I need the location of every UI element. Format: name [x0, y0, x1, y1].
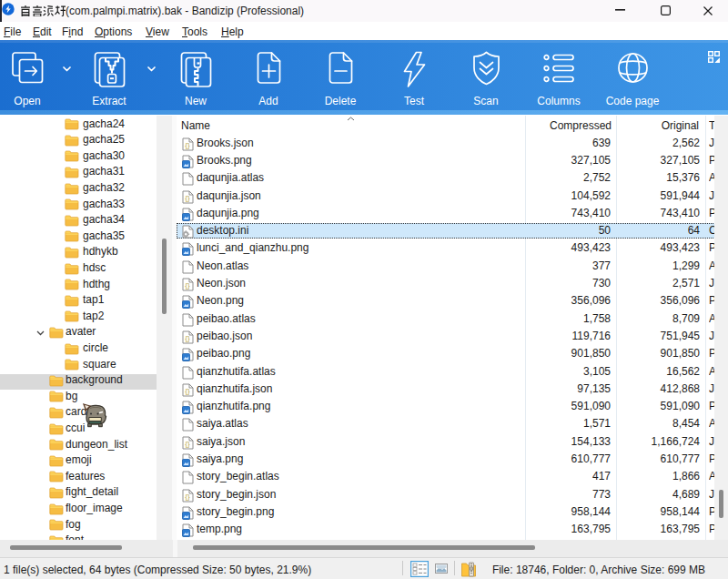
svg-text:{}: {}: [185, 386, 190, 394]
svg-text:{}: {}: [185, 140, 190, 148]
svg-text:{}: {}: [185, 492, 190, 500]
svg-text:{}: {}: [185, 193, 190, 201]
svg-text:{}: {}: [185, 439, 190, 447]
svg-text:{}: {}: [185, 333, 190, 341]
svg-text:{}: {}: [185, 281, 190, 290]
